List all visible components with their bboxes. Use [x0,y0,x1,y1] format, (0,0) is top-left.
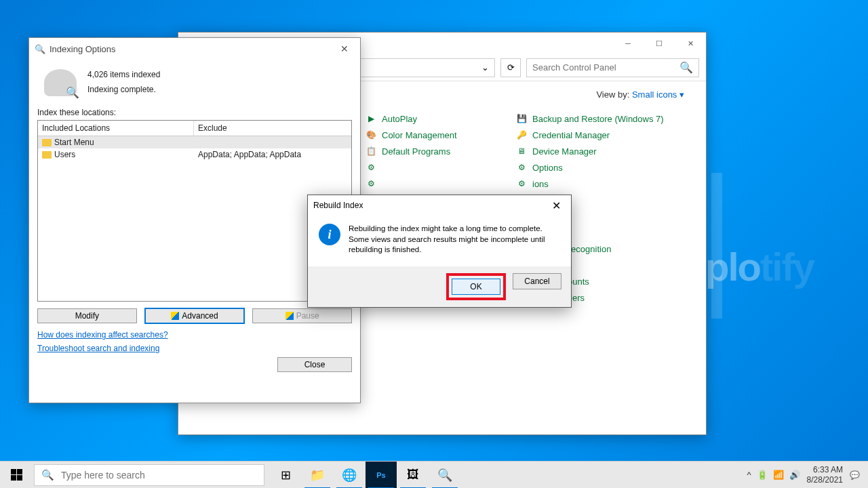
cp-item[interactable]: ⚙ [364,159,515,176]
shield-icon [171,312,179,320]
indexing-icon: 🔍 [35,44,45,54]
rebuild-titlebar: Rebuild Index ✕ [308,195,571,216]
volume-icon[interactable]: 🔊 [789,470,800,480]
time: 6:33 AM [807,465,843,474]
close-button[interactable]: ✕ [334,41,355,57]
info-icon: i [319,224,340,245]
control-panel-search[interactable]: 🔍 [526,58,699,77]
cp-item[interactable]: ⚙ions [515,176,665,192]
rebuild-index-dialog: Rebuild Index ✕ i Rebuilding the index m… [307,195,572,308]
indexing-title: Indexing Options [50,44,334,54]
cp-item[interactable]: 🎨Color Management [364,127,515,143]
tray-icons: ^ 🔋 📶 🔊 [747,470,800,480]
pause-button: Pause [252,308,352,323]
locations-label: Index these locations: [37,108,352,117]
credential-icon: 🔑 [516,129,527,140]
explorer-icon[interactable]: 📁 [302,462,333,489]
generic-icon: ⚙ [516,178,527,189]
indexing-complete: Indexing complete. [87,83,160,98]
taskbar-search-input[interactable] [61,470,257,481]
notifications-icon[interactable]: 💬 [850,470,860,480]
taskbar: 🔍 ⊞ 📁 🌐 Ps 🖼 🔍 ^ 🔋 📶 🔊 6:33 AM 8/28/2021… [0,461,868,488]
search-icon: 🔍 [41,469,54,481]
taskbar-search[interactable]: 🔍 [34,464,264,486]
cancel-button[interactable]: Cancel [513,273,561,289]
cp-item[interactable]: 🖥Device Manager [515,143,665,159]
indexing-buttons: Modify Advanced Pause [37,308,352,323]
rebuild-title: Rebuild Index [313,201,547,210]
th-exclude: Exclude [194,121,231,136]
windows-logo-icon [11,469,22,481]
app-icon[interactable]: 🖼 [397,462,429,489]
rebuild-body: i Rebuilding the index might take a long… [308,216,571,266]
minimize-button[interactable]: ─ [612,33,644,54]
close-button[interactable]: ✕ [547,197,566,214]
viewby-dropdown[interactable]: Small icons ▾ [632,89,684,100]
search-icon: 🔍 [679,61,693,74]
modify-button[interactable]: Modify [37,308,137,323]
generic-icon: ⚙ [366,162,376,173]
cp-item[interactable]: 🔑Credential Manager [515,127,665,143]
date: 8/28/2021 [807,475,843,485]
th-included: Included Locations [38,121,194,136]
maximize-button[interactable]: ☐ [644,33,675,54]
indexing-titlebar: 🔍 Indexing Options ✕ [29,38,360,60]
table-row[interactable]: Start Menu [38,136,351,148]
photoshop-icon[interactable]: Ps [366,462,397,489]
rebuild-footer: OK Cancel [308,266,571,307]
generic-icon: ⚙ [366,178,376,189]
autoplay-icon: ▶ [366,113,376,124]
cp-item[interactable]: ⚙ [364,176,515,192]
drive-icon [44,69,77,96]
close-button[interactable]: Close [277,357,352,372]
folder-icon [42,139,52,146]
close-button[interactable]: ✕ [675,33,706,54]
advanced-button[interactable]: Advanced [145,308,245,323]
items-indexed: 4,026 items indexed [87,68,160,83]
chevron-down-icon[interactable]: ⌄ [481,62,489,73]
indexing-links: How does indexing affect searches? Troub… [37,330,352,353]
backup-icon: 💾 [516,113,527,124]
cp-item[interactable]: ⚙Options [515,159,665,176]
indexing-stats: 4,026 items indexed Indexing complete. [87,68,160,97]
battery-icon[interactable]: 🔋 [757,470,768,480]
wifi-icon[interactable]: 📶 [773,470,784,480]
generic-icon: ⚙ [516,162,527,173]
rebuild-message: Rebuilding the index might take a long t… [349,224,560,256]
taskview-icon[interactable]: ⊞ [270,462,301,489]
chrome-icon[interactable]: 🌐 [334,462,365,489]
refresh-button[interactable]: ⟳ [500,58,521,77]
system-tray: ^ 🔋 📶 🔊 6:33 AM 8/28/2021 💬 [747,465,869,485]
indexing-taskbar-icon[interactable]: 🔍 [429,462,460,489]
viewby-label: View by: [596,89,629,100]
cp-item[interactable]: 💾Backup and Restore (Windows 7) [515,110,665,127]
help-link-troubleshoot[interactable]: Troubleshoot search and indexing [37,344,352,353]
locations-table: Included Locations Exclude Start Menu Us… [37,120,352,302]
device-icon: 🖥 [516,146,527,157]
cp-item[interactable]: 📋Default Programs [364,143,515,159]
start-button[interactable] [0,462,33,489]
cp-item[interactable]: ▶AutoPlay [364,110,515,127]
watermark-faded: tify [760,245,814,289]
indexing-status: 4,026 items indexed Indexing complete. [37,65,352,108]
ok-button[interactable]: OK [452,279,500,295]
chevron-up-icon[interactable]: ^ [747,470,751,480]
task-icons: ⊞ 📁 🌐 Ps 🖼 🔍 [270,462,460,489]
ok-highlight: OK [446,273,506,300]
search-input[interactable] [532,62,679,73]
table-header: Included Locations Exclude [38,121,351,136]
clock[interactable]: 6:33 AM 8/28/2021 [807,465,843,485]
color-icon: 🎨 [366,129,376,140]
indexing-close-row: Close [37,357,352,372]
shield-icon [285,312,294,320]
programs-icon: 📋 [366,146,376,157]
table-row[interactable]: Users AppData; AppData; AppData [38,148,351,161]
help-link-searches[interactable]: How does indexing affect searches? [37,330,352,340]
folder-icon [42,151,52,159]
